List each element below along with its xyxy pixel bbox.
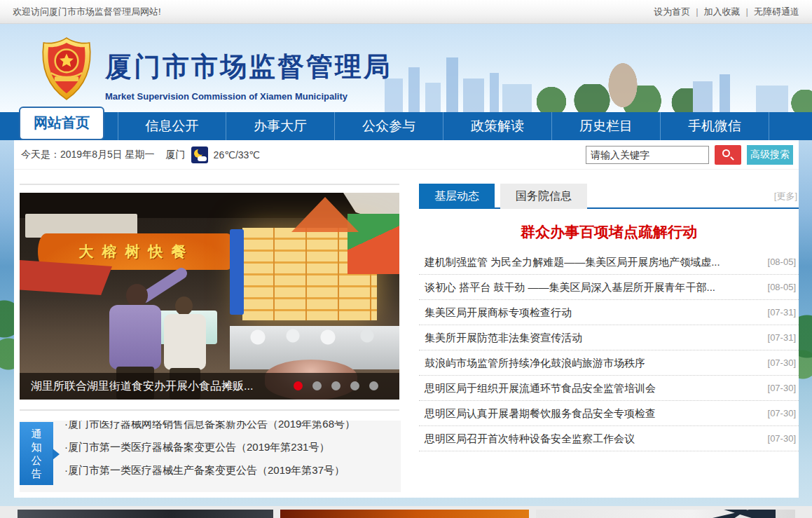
weather-city: 厦门 — [166, 149, 186, 161]
cloud-icon — [198, 156, 207, 161]
news-panel: 基层动态国务院信息 [更多] 群众办事百项堵点疏解行动 建机制强监管 为民全力解… — [419, 184, 799, 451]
carousel-caption[interactable]: 湖里所联合湖里街道食安办开展小食品摊贩... — [31, 379, 253, 394]
news-item-date: [07-30] — [768, 426, 796, 451]
carousel-caption-bar: 湖里所联合湖里街道食安办开展小食品摊贩... — [20, 373, 399, 400]
news-item[interactable]: 集美所开展防范非法集资宣传活动[07-31] — [419, 325, 799, 350]
search-bar: 高级搜索 — [586, 145, 793, 165]
page: 欢迎访问厦门市市场监督管理局网站! 设为首页|加入收藏|无障碍通道 厦门市市场 — [0, 0, 812, 518]
news-item[interactable]: 鼓浪屿市场监管所持续净化鼓浪屿旅游市场秩序[07-30] — [419, 350, 799, 376]
news-item-date: [07-30] — [768, 401, 796, 426]
carousel-dot[interactable] — [369, 381, 378, 390]
news-item-date: [07-30] — [768, 376, 796, 401]
news-list: 建机制强监管 为民全力解难题——集美区局开展房地产领域虚...[08-05]谈初… — [419, 250, 799, 451]
welcome-text: 欢迎访问厦门市市场监督管理局网站! — [13, 6, 161, 18]
figure-body-shape — [164, 314, 206, 370]
news-item-title[interactable]: 建机制强监管 为民全力解难题——集美区局开展房地产领域虚... — [425, 256, 720, 268]
news-item[interactable]: 谈初心 搭平台 鼓干劲 ——集美区局深入基层所开展青年干部...[08-05] — [419, 275, 799, 300]
top-links: 设为首页|加入收藏|无障碍通道 — [654, 6, 799, 18]
site-name: 厦门市市场监督管理局 — [105, 49, 392, 85]
nav-item[interactable]: 办事大厅 — [226, 112, 335, 140]
night-cloudy-weather-icon — [191, 146, 208, 163]
carousel-dot[interactable] — [331, 381, 340, 390]
notice-arrow-icon — [53, 449, 60, 460]
news-item-title[interactable]: 思明区局认真开展暑期餐饮服务食品安全专项检查 — [425, 407, 656, 419]
more-link[interactable]: [更多] — [774, 190, 797, 203]
notice-label: 通知公告 — [20, 422, 53, 485]
news-tabs: 基层动态国务院信息 — [419, 184, 799, 209]
site-titles: 厦门市市场监督管理局 Market Supervision Commission… — [105, 49, 392, 102]
news-item-title[interactable]: 谈初心 搭平台 鼓干劲 ——集美区局深入基层所开展青年干部... — [425, 281, 715, 293]
emblem-svg — [36, 36, 97, 101]
news-headline[interactable]: 群众办事百项堵点疏解行动 — [419, 221, 799, 243]
bottom-banners — [0, 506, 812, 518]
carousel-dots — [294, 381, 378, 390]
news-item[interactable]: 思明区局于组织开展流通环节食品安全监管培训会[07-30] — [419, 376, 799, 401]
news-item-date: [07-31] — [768, 300, 796, 325]
figure-head-shape — [175, 297, 193, 315]
notice-item[interactable]: ·厦门市第一类医疗器械备案变更公告（2019年第231号） — [64, 435, 401, 458]
news-item[interactable]: 思明区局召开首次特种设备安全监察工作会议[07-30] — [419, 426, 799, 451]
top-bar: 欢迎访问厦门市市场监督管理局网站! 设为首页|加入收藏|无障碍通道 — [0, 0, 812, 24]
magnifier-icon — [722, 149, 730, 157]
toplink-3[interactable]: 无障碍通道 — [754, 6, 799, 18]
nav-item[interactable]: 公众参与 — [335, 112, 443, 140]
news-item-date: [07-31] — [768, 325, 796, 350]
carousel: 大榕树快餐 — [20, 193, 399, 400]
carousel-dot[interactable] — [294, 381, 303, 390]
news-item-date: [07-30] — [768, 350, 796, 376]
main-nav: 网站首页 信息公开办事大厅公众参与政策解读历史栏目手机微信 — [0, 112, 812, 140]
banner-2[interactable] — [280, 510, 529, 518]
banner-1[interactable] — [18, 510, 273, 518]
carousel-dot[interactable] — [312, 381, 322, 390]
nav-item[interactable]: 历史栏目 — [552, 112, 661, 140]
news-item-title[interactable]: 鼓浪屿市场监管所持续净化鼓浪屿旅游市场秩序 — [425, 357, 645, 369]
news-tab[interactable]: 国务院信息 — [500, 184, 587, 209]
header-skyline-art — [364, 45, 812, 112]
banner-3[interactable] — [536, 510, 795, 518]
news-item[interactable]: 建机制强监管 为民全力解难题——集美区局开展房地产领域虚...[08-05] — [419, 250, 799, 275]
notice-box: ·厦门市医疗器械网络销售信息备案新办公告（2019年第68号）·厦门市第一类医疗… — [20, 421, 401, 492]
nav-item[interactable]: 信息公开 — [118, 112, 226, 140]
toplink-1[interactable]: 设为首页 — [654, 6, 690, 18]
toplink-separator: | — [746, 6, 748, 17]
nav-item[interactable]: 手机微信 — [661, 112, 769, 140]
notice-list: ·厦门市医疗器械网络销售信息备案新办公告（2019年第68号）·厦门市第一类医疗… — [64, 421, 401, 482]
news-tab[interactable]: 基层动态 — [419, 184, 495, 209]
news-tabs-row: 基层动态国务院信息 [更多] — [419, 184, 799, 209]
news-item[interactable]: 集美区局开展商标专项检查行动[07-31] — [419, 300, 799, 325]
temperature: 26℃/33℃ — [214, 149, 260, 161]
toplink-2[interactable]: 加入收藏 — [704, 6, 741, 18]
photo-blue-sign-shape — [230, 229, 244, 315]
date-bar: 今天是：2019年8月5日 星期一 厦门 26℃/33℃ 高级搜索 — [14, 140, 799, 170]
toplink-separator: | — [696, 6, 698, 17]
news-item-date: [08-05] — [768, 275, 796, 300]
site-name-english: Market Supervision Commission of Xiamen … — [105, 91, 392, 102]
carousel-image[interactable]: 大榕树快餐 — [20, 193, 399, 400]
nav-items: 信息公开办事大厅公众参与政策解读历史栏目手机微信 — [118, 112, 769, 140]
search-button[interactable] — [715, 145, 741, 165]
figure-head-shape — [126, 284, 148, 307]
banner-3-art — [713, 510, 776, 518]
notice-item[interactable]: ·厦门市第一类医疗器械生产备案变更公告（2019年第37号） — [64, 458, 401, 482]
figure-body-shape — [109, 305, 161, 369]
carousel-dot[interactable] — [350, 381, 359, 390]
news-item-title[interactable]: 思明区局于组织开展流通环节食品安全监管培训会 — [425, 382, 656, 394]
site-header: 厦门市市场监督管理局 Market Supervision Commission… — [0, 24, 812, 112]
news-item-date: [08-05] — [768, 250, 796, 275]
site-logo-emblem-icon[interactable] — [36, 36, 97, 101]
current-date: 今天是：2019年8月5日 星期一 — [21, 149, 155, 161]
photo-umbrella-shape — [347, 214, 399, 274]
news-item-title[interactable]: 集美所开展防范非法集资宣传活动 — [425, 332, 582, 343]
notice-label-text: 通知公告 — [31, 427, 43, 480]
search-input[interactable] — [586, 146, 709, 164]
news-item-title[interactable]: 集美区局开展商标专项检查行动 — [425, 306, 572, 318]
notice-item[interactable]: ·厦门市医疗器械网络销售信息备案新办公告（2019年第68号） — [64, 421, 401, 435]
nav-item-home[interactable]: 网站首页 — [19, 107, 104, 140]
advanced-search-button[interactable]: 高级搜索 — [747, 145, 793, 165]
news-item-title[interactable]: 思明区局召开首次特种设备安全监察工作会议 — [425, 432, 635, 444]
news-item[interactable]: 思明区局认真开展暑期餐饮服务食品安全专项检查[07-30] — [419, 401, 799, 426]
nav-item[interactable]: 政策解读 — [443, 112, 552, 140]
content-container: 今天是：2019年8月5日 星期一 厦门 26℃/33℃ 高级搜索 大榕树快 — [14, 140, 799, 498]
